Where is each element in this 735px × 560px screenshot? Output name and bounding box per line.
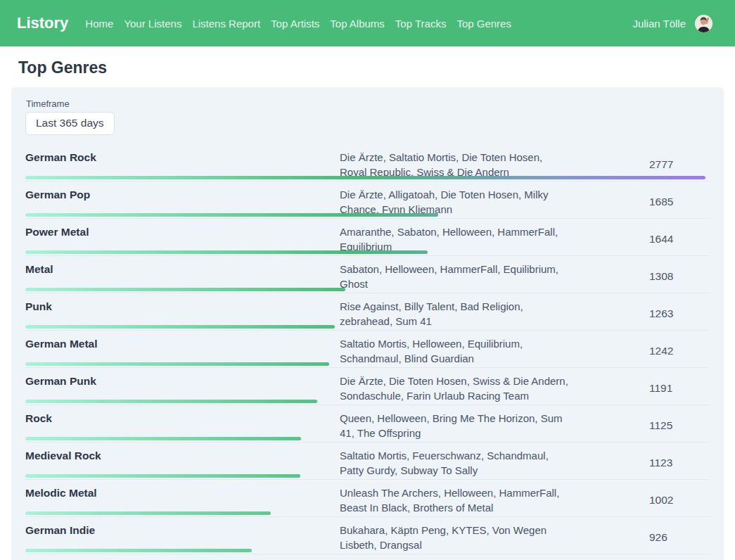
genre-bar-fill [25, 400, 317, 403]
genre-bar [25, 288, 345, 291]
genre-row: Metal Sabaton, Helloween, HammerFall, Eq… [25, 256, 710, 293]
genre-count: 1191 [649, 382, 710, 395]
genre-bar [25, 325, 335, 329]
genre-bar-fill [25, 549, 252, 552]
timeframe-filter: Timeframe Last 365 days [25, 98, 710, 135]
nav-item-top-tracks[interactable]: Top Tracks [395, 18, 447, 30]
genre-name: German Indie [25, 523, 340, 537]
nav-item-your-listens[interactable]: Your Listens [124, 18, 181, 30]
genre-bar-fill [25, 325, 335, 329]
timeframe-select[interactable]: Last 365 days [25, 112, 115, 135]
genre-name: Punk [25, 299, 340, 314]
genre-name: German Pop [25, 187, 340, 202]
genre-row: Melodic Metal Unleash The Archers, Hello… [25, 480, 710, 517]
brand-logo[interactable]: Listory [17, 14, 68, 32]
genre-bar-fill [25, 213, 438, 217]
genre-bar [25, 437, 301, 440]
main-nav: HomeYour ListensListens ReportTop Artist… [85, 18, 511, 30]
genre-row: German Rock Die Ärzte, Saltatio Mortis, … [25, 144, 710, 182]
genre-count: 1263 [649, 307, 710, 320]
genre-count: 926 [649, 531, 710, 544]
genre-bar [25, 474, 300, 478]
genre-count: 1125 [649, 419, 710, 432]
genre-count: 1123 [649, 457, 710, 469]
genre-bar-fill [25, 250, 428, 254]
genre-name: Medieval Rock [25, 448, 340, 463]
genre-bar-fill [25, 176, 705, 179]
genre-bar-fill [25, 474, 300, 478]
genre-row: Punk Rise Against, Billy Talent, Bad Rel… [25, 293, 710, 331]
genre-artists: Die Ärzte, Die Toten Hosen, Swiss & Die … [340, 374, 573, 403]
genre-artists: Die Ärzte, Alligatoah, Die Toten Hosen, … [340, 187, 573, 217]
genre-name: Rock [25, 411, 340, 426]
genre-count: 1242 [649, 345, 710, 357]
nav-item-home[interactable]: Home [85, 18, 113, 30]
genre-count: 1644 [649, 233, 710, 246]
genre-row: Power Metal Amaranthe, Sabaton, Hellowee… [25, 219, 710, 256]
nav-item-top-albums[interactable]: Top Albums [330, 18, 385, 30]
timeframe-label: Timeframe [25, 98, 710, 109]
genre-name: German Rock [25, 150, 340, 165]
nav-item-top-artists[interactable]: Top Artists [271, 18, 319, 30]
genre-row: Rock Queen, Helloween, Bring Me The Hori… [25, 405, 710, 443]
genre-artists: Die Ärzte, Saltatio Mortis, Die Toten Ho… [340, 150, 573, 179]
genre-bar [25, 362, 329, 366]
genre-bar-fill [25, 362, 329, 366]
genre-bar-fill [25, 511, 271, 515]
genre-artists: Unleash The Archers, Helloween, HammerFa… [340, 485, 573, 515]
genre-bar [25, 213, 438, 217]
genre-bar [25, 549, 252, 552]
genre-artists: Saltatio Mortis, Feuerschwanz, Schandmau… [340, 448, 573, 478]
genre-name: German Punk [25, 374, 340, 388]
genre-artists: Saltatio Mortis, Helloween, Equilibrium,… [340, 336, 573, 366]
nav-item-listens-report[interactable]: Listens Report [192, 18, 260, 30]
genre-count: 1002 [649, 494, 710, 507]
top-genres-card: Timeframe Last 365 days German Rock Die … [11, 87, 724, 560]
genre-count: 1685 [649, 196, 710, 208]
navbar: Listory HomeYour ListensListens ReportTo… [0, 0, 735, 46]
genre-row: Medieval Rock Saltatio Mortis, Feuerschw… [25, 443, 710, 480]
genre-bar [25, 400, 317, 403]
page-title: Top Genres [11, 58, 724, 77]
genre-name: Metal [25, 262, 340, 276]
genre-count: 1308 [649, 270, 710, 283]
main-content: Top Genres Timeframe Last 365 days Germa… [0, 58, 735, 560]
genre-bar-fill [25, 437, 301, 440]
genre-row: German Punk Die Ärzte, Die Toten Hosen, … [25, 368, 710, 405]
genre-table: German Rock Die Ärzte, Saltatio Mortis, … [25, 144, 710, 554]
genre-artists: Sabaton, Helloween, HammerFall, Equilibr… [340, 262, 573, 291]
nav-item-top-genres[interactable]: Top Genres [456, 18, 511, 30]
genre-bar-fill [25, 288, 345, 291]
genre-bar [25, 250, 428, 254]
genre-count: 2777 [649, 158, 710, 171]
genre-artists: Queen, Helloween, Bring Me The Horizon, … [340, 411, 573, 440]
genre-bar [25, 511, 271, 515]
genre-name: Power Metal [25, 224, 340, 239]
genre-row: German Indie Bukahara, Käptn Peng, KYTES… [25, 517, 710, 554]
user-name: Julian Tölle [632, 18, 686, 30]
genre-bar [25, 176, 705, 179]
genre-artists: Rise Against, Billy Talent, Bad Religion… [340, 299, 573, 329]
genre-name: Melodic Metal [25, 485, 340, 500]
user-menu[interactable]: Julian Tölle [632, 15, 712, 32]
genre-name: German Metal [25, 336, 340, 351]
user-avatar-icon[interactable] [695, 15, 712, 32]
genre-row: German Metal Saltatio Mortis, Helloween,… [25, 331, 710, 368]
genre-artists: Bukahara, Käptn Peng, KYTES, Von Wegen L… [340, 523, 573, 552]
genre-row: German Pop Die Ärzte, Alligatoah, Die To… [25, 182, 710, 219]
genre-artists: Amaranthe, Sabaton, Helloween, HammerFal… [340, 224, 573, 254]
